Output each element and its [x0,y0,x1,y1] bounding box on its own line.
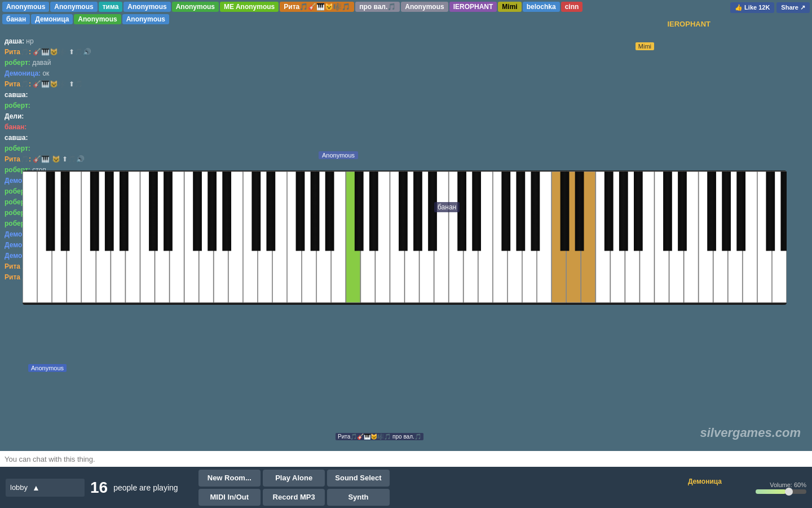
user-badge[interactable]: Mimi [498,2,521,12]
record-button[interactable]: Record MP3 [263,489,325,506]
user-badge[interactable]: IEROPHANT [449,2,497,12]
user-badge[interactable]: cinn [561,2,583,12]
ierophant-cursor-label: IEROPHANT [667,20,710,28]
volume-area: Volume: 60% [756,481,806,494]
chat-input[interactable] [5,455,807,463]
people-label: people are playing [113,483,178,492]
user-badge[interactable]: Anonymous [172,2,219,12]
user-badge[interactable]: Рита🎵🎸🎹😺🎼🎵 [280,2,354,12]
control-buttons: New Room...Play AloneSound SelectMIDI In… [198,470,390,506]
demonitsa-cursor-label: Демоница [688,478,722,485]
social-buttons: 👍 Like 12K Share ↗ [730,2,810,13]
chat-line: банан: [5,122,165,132]
chat-line: даша: нр [5,36,165,46]
chat-line: савша: [5,133,165,143]
synth-button[interactable]: Synth [327,489,389,506]
chat-line: Рита🎵: 🎸🎹 😺 ⬆🎵🔊 [5,154,165,164]
share-button[interactable]: Share ↗ [776,2,810,13]
mimi-cursor-label: Mimi [636,42,654,50]
anon-cursor-label-bottom: Anonymous [28,364,67,372]
chat-line: Дели: [5,111,165,121]
piano-container[interactable] [23,170,787,305]
rita-piano-label-bottom: Рита🎵🎸🎹😺🎼🎵 про вал.🎵 [336,433,423,440]
silvergames-logo: silvergames.com [700,426,801,440]
chat-line: роберт: [5,143,165,154]
people-count: 16 [90,479,108,497]
chat-line: роберт: давай [5,58,165,68]
volume-bar-fill [756,489,786,494]
bottom-bar: lobby ▲ 16 people are playing New Room..… [0,467,812,508]
new-room-button[interactable]: New Room... [198,470,261,487]
user-badge[interactable]: Anonymous [74,14,121,24]
chat-input-bar [0,451,812,467]
room-arrow-icon: ▲ [32,483,40,492]
user-badge[interactable]: Anonymous [401,2,448,12]
user-badge[interactable]: Anonymous [2,2,49,12]
user-badge[interactable]: тима [99,2,123,12]
play-alone-button[interactable]: Play Alone [263,470,325,487]
chat-line: Рита🎵: 🎸🎹😺🎼 ⬆🎵🔊 [5,47,165,57]
room-name: lobby [10,483,28,492]
user-badge[interactable]: Демоница [31,14,73,24]
user-badge[interactable]: Anonymous [50,2,97,12]
user-badge[interactable]: Anonymous [123,2,170,12]
room-selector[interactable]: lobby ▲ [6,479,85,497]
user-badge[interactable]: ME Anonymous [220,2,279,12]
chat-line: роберт: [5,100,165,111]
piano-anon-label: Anonymous [319,151,358,159]
user-badge[interactable]: про вал.🎵 [355,2,400,12]
chat-line: Рита🎵: 🎸🎹😺🎼 ⬆🎵 [5,79,165,89]
volume-bar[interactable] [756,489,806,494]
user-badge[interactable]: банан [2,14,30,24]
volume-label: Volume: 60% [770,481,806,488]
sound-select-button[interactable]: Sound Select [327,470,389,487]
chat-line: Демоница: ок [5,68,165,78]
user-badge[interactable]: Anonymous [122,14,169,24]
midi-button[interactable]: MIDI In/Out [198,489,261,506]
like-button[interactable]: 👍 Like 12K [730,2,774,13]
banan-cursor-label: банан [434,202,460,212]
chat-line: савша: [5,90,165,100]
user-badge[interactable]: belochka [523,2,560,12]
volume-knob[interactable] [785,488,793,496]
